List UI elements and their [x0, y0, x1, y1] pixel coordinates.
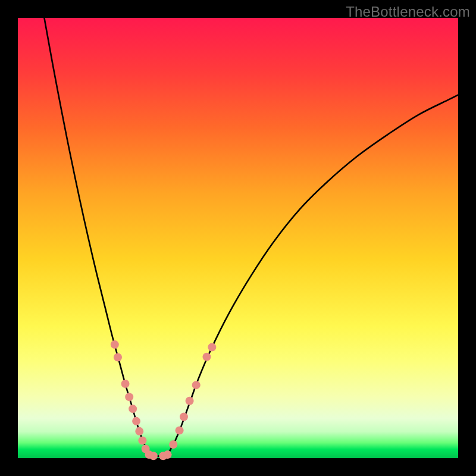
highlight-dot	[135, 427, 143, 436]
highlight-dot	[169, 440, 177, 449]
curve-layer	[18, 18, 458, 458]
highlight-dot	[164, 450, 172, 459]
highlight-dot	[132, 417, 140, 425]
highlight-dot	[111, 340, 119, 349]
marker-group	[111, 340, 217, 460]
highlight-dot	[186, 397, 194, 405]
highlight-dot	[192, 381, 201, 389]
highlight-dot	[125, 393, 133, 401]
highlight-dot	[121, 380, 130, 388]
highlight-dot	[208, 343, 216, 352]
right-branch-path	[168, 95, 458, 455]
highlight-dot	[138, 436, 146, 444]
highlight-dot	[202, 353, 211, 361]
highlight-dot	[114, 353, 122, 362]
highlight-dot	[129, 405, 137, 413]
highlight-dot	[180, 412, 188, 421]
chart-stage: TheBottleneck.com	[0, 0, 476, 476]
left-branch-path	[44, 18, 148, 455]
plot-area	[18, 18, 458, 458]
highlight-dot	[176, 426, 184, 434]
highlight-dot	[149, 452, 158, 460]
